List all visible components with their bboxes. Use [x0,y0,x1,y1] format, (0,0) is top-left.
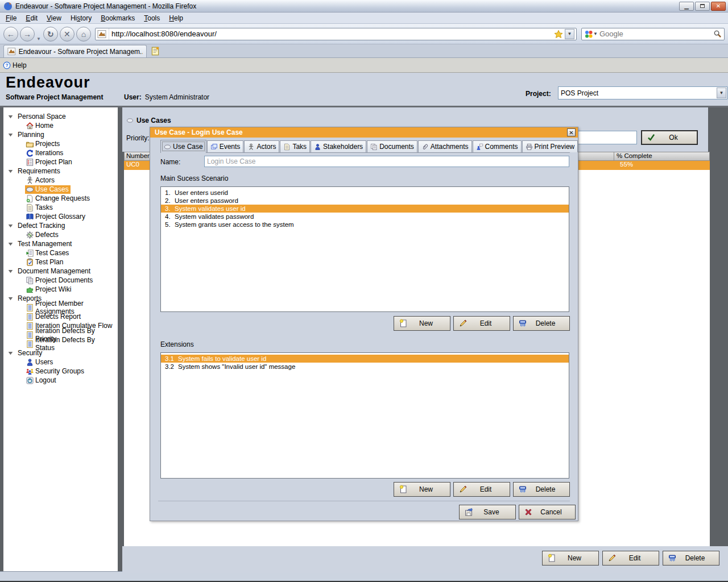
cancel-label: Cancel [533,508,569,516]
tab-actors[interactable]: Actors [244,140,279,152]
item-text: System grants user access to the system [175,221,294,228]
project-select[interactable]: POS Project ▼ [558,86,727,99]
menu-bookmarks[interactable]: Bookmarks [96,13,139,23]
sidebar-item-test-plan[interactable]: Test Plan [3,257,118,267]
menu-history[interactable]: History [66,13,96,23]
list-item[interactable]: 2.User enters password [161,197,569,205]
tree-section-personal-space[interactable]: Personal Space [3,112,118,121]
actor-icon [247,143,255,151]
edit-button[interactable]: Edit [602,551,659,566]
sidebar-item-projects[interactable]: Projects [3,139,118,148]
url-dropdown-button[interactable]: ▼ [565,29,574,39]
menu-edit[interactable]: Edit [21,13,42,23]
new-button[interactable]: New [542,551,599,566]
item-text: User enters userid [175,189,228,196]
delete-button[interactable]: Delete [663,551,719,566]
sidebar-item-project-member-assignments[interactable]: Project Member Assignments [3,303,118,312]
restore-button[interactable] [695,2,710,11]
list-item[interactable]: 1.User enters userid [161,189,569,197]
save-button[interactable]: Save [459,505,516,519]
project-dropdown-icon[interactable]: ▼ [717,88,726,98]
item-label: Iteration Defects By Status [35,336,116,352]
back-button[interactable]: ← [3,27,18,41]
tab-taks[interactable]: Taks [280,140,310,152]
item-number: 3.1 [161,355,178,362]
ok-label: Ok [656,134,691,142]
item-number: 2. [161,197,175,204]
search-engine-dropdown-icon[interactable]: ▼ [593,31,598,36]
browser-tab[interactable]: Endeavour - Software Project Managem... [3,45,147,57]
cancel-button[interactable]: Cancel [519,505,576,519]
home-button[interactable]: ⌂ [76,27,91,41]
item-label: Users [35,358,53,366]
list-item[interactable]: 5.System grants user access to the syste… [161,221,569,228]
dialog-close-button[interactable]: ✕ [567,128,576,136]
sidebar-item-iteration-defects-by-status[interactable]: Iteration Defects By Status [3,339,118,348]
tab-comments[interactable]: Comments [473,140,522,152]
list-item[interactable]: 3.2System shows "Invalid user id" messag… [161,363,569,371]
google-logo-icon[interactable] [584,30,593,39]
list-item[interactable]: 4.System validates password [161,213,569,221]
sidebar-item-test-cases[interactable]: Test Cases [3,248,118,257]
caret-down-icon [7,296,14,302]
sidebar-item-project-documents[interactable]: Project Documents [3,276,118,285]
help-link[interactable]: Help [13,61,27,69]
sidebar-item-project-plan[interactable]: Project Plan [3,157,118,167]
extension-new-button[interactable]: New [394,482,450,497]
reload-button[interactable]: ↻ [43,27,58,41]
menu-view[interactable]: View [42,13,66,23]
tab-documents[interactable]: Documents [367,140,417,152]
sidebar-item-home[interactable]: Home [3,121,118,130]
sidebar-item-tasks[interactable]: Tasks [3,203,118,212]
sidebar-item-actors[interactable]: Actors [3,176,118,185]
ok-button[interactable]: Ok [641,130,698,145]
tab-label: Attachments [431,143,469,151]
number-column-header[interactable]: Number [125,152,150,160]
tab-print-preview[interactable]: Print Preview [522,140,578,152]
minimize-button[interactable]: ▁ [679,2,694,11]
tree-section-document-management[interactable]: Document Management [3,267,118,276]
stop-button[interactable]: ✕ [60,27,75,41]
tab-events[interactable]: Events [207,140,244,152]
tab-attachments[interactable]: Attachments [418,140,472,152]
complete-column-header[interactable]: % Complete [614,152,709,160]
sidebar-item-iterations[interactable]: Iterations [3,148,118,157]
extension-edit-button[interactable]: Edit [453,482,510,497]
bookmarks-note-icon[interactable] [150,46,160,56]
list-item[interactable]: 3.1System fails to validate user id [161,355,569,363]
menu-file[interactable]: File [1,13,21,23]
bookmark-star-icon[interactable] [554,30,563,39]
history-dropdown-icon[interactable]: ▼ [36,36,41,41]
iterations-icon [26,149,34,157]
sidebar-item-project-wiki[interactable]: Project Wiki [3,285,118,294]
tree-section-requirements[interactable]: Requirements [3,167,118,176]
extension-delete-button[interactable]: Delete [513,482,570,497]
caret-down-icon [7,241,14,247]
sidebar-item-security-groups[interactable]: Security Groups [3,367,118,376]
scenario-new-button[interactable]: New [394,316,450,331]
search-input[interactable] [598,30,713,38]
forward-button[interactable]: → [20,27,35,41]
search-magnifier-icon[interactable] [713,30,722,38]
name-input[interactable] [204,156,569,167]
list-item[interactable]: 3.System validates user id [161,205,569,213]
sidebar-item-users[interactable]: Users [3,357,118,367]
sidebar-item-logout[interactable]: Logout [3,376,118,385]
sidebar-item-project-glossary[interactable]: Project Glossary [3,212,118,221]
tab-stakeholders[interactable]: Stakeholders [311,140,366,152]
app-logo: Endeavour [6,74,90,92]
url-input[interactable] [109,30,554,38]
sidebar-item-use-cases[interactable]: Use Cases [3,185,118,194]
scenario-edit-button[interactable]: Edit [453,316,510,331]
tree-section-defect-tracking[interactable]: Defect Tracking [3,221,118,230]
close-button[interactable]: ✕ [711,2,726,11]
tab-use-case[interactable]: Use Case [160,140,206,153]
dialog-titlebar[interactable]: Use Case - Login Use Case ✕ [150,127,578,138]
tree-section-test-management[interactable]: Test Management [3,239,118,248]
menu-help[interactable]: Help [164,13,188,23]
scenario-delete-button[interactable]: Delete [513,316,570,331]
sidebar-item-defects[interactable]: Defects [3,230,118,239]
menu-tools[interactable]: Tools [139,13,164,23]
sidebar-item-change-requests[interactable]: Change Requests [3,194,118,203]
tree-section-planning[interactable]: Planning [3,130,118,139]
